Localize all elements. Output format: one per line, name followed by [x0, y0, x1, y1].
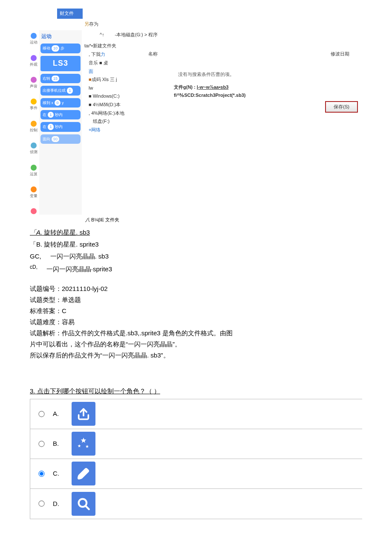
new-folder-button[interactable]: taι*•新建文件夹 [84, 41, 362, 51]
save-as-label: 另存为 [84, 20, 362, 28]
no-results-text: 没有与搜索条件匹曹的项。 [148, 58, 362, 83]
category-运动[interactable]: 运动 [30, 33, 37, 45]
screenshot-composite: 运动外观声音事件控制侦测运算变量 运动 移动10步 LS3 右转15 出接事机位… [30, 30, 362, 215]
label-c: C. [53, 468, 63, 479]
ls3-overlay: LS3 [40, 56, 81, 71]
category-控制[interactable]: 控制 [30, 121, 37, 133]
radio-a[interactable] [38, 411, 44, 417]
category-column: 运动外观声音事件控制侦测运算变量 [30, 30, 37, 215]
radio-c[interactable] [38, 471, 44, 477]
upload-icon [72, 402, 95, 426]
answer-options-q2: 「A. 旋转的星星. sb3 「B. 旋转的星星. sprite3 GC, 一闪… [30, 227, 362, 274]
filename-row[interactable]: 文件g(N) : |-w~w⅞aa•sb3 [148, 83, 362, 91]
category-声音[interactable]: 声音 [30, 77, 37, 89]
dialog-sidebar[interactable]: , 下我力 音乐 ■ 桌 面 ■成码 Xls 三 j lw ■ Windows(… [84, 50, 140, 134]
question-3-options: A. B. C. D. [30, 399, 362, 519]
question-3-title: 3. 点击下列哪个按钮可以绘制一个角色？（ ） [30, 386, 362, 396]
radio-d[interactable] [38, 501, 44, 507]
turn-block[interactable]: 右转15 [40, 74, 81, 83]
option-c: GC, 一闪一闪亮晶晶. sb3 [30, 251, 362, 262]
blocks-column: 运动 移动10步 LS3 右转15 出接事机位或1 移到 x0y 在1秒内 在1… [39, 30, 82, 215]
point-block[interactable]: 面向90 [40, 134, 81, 144]
path-bar[interactable]: ^↑ -本地磁盘(G:) > 程序 [84, 30, 362, 41]
q3-option-a[interactable]: A. [30, 399, 362, 429]
move-block[interactable]: 移动10步 [40, 44, 81, 53]
block-palette: 运动外观声音事件控制侦测运算变量 运动 移动10步 LS3 右转15 出接事机位… [30, 30, 82, 215]
q3-option-c[interactable]: C. [30, 459, 362, 489]
question-meta: 试题编号：20211110-lyj-02 试题类型：单选题 标准答案：C 试题难… [30, 284, 362, 360]
option-a: 「A. 旋转的星星. sb3 [30, 227, 362, 238]
q3-option-d[interactable]: D. [30, 489, 362, 519]
category-侦测[interactable]: 侦测 [30, 142, 37, 155]
paint-icon [72, 462, 95, 485]
category-header: 运动 [40, 32, 81, 41]
filetype-row[interactable]: fi^⅔SCD:Scratch3Project(*.sb3) [148, 91, 362, 99]
save-dialog: ^↑ -本地磁盘(G:) > 程序 taι*•新建文件夹 , 下我力 音乐 ■ … [84, 30, 362, 215]
q3-option-b[interactable]: B. [30, 429, 362, 459]
svg-line-1 [86, 506, 89, 509]
file-menu-button[interactable]: 财文件 [57, 9, 83, 19]
label-d: D. [53, 499, 63, 509]
search-icon [72, 492, 95, 516]
category-事件[interactable]: 事件 [30, 99, 37, 111]
label-b: B. [53, 439, 63, 449]
option-d: cD, 一闪一闪亮晶晶·sprite3 [30, 263, 362, 274]
option-b: 「B. 旋转的星星. sprite3 [30, 239, 362, 250]
radio-b[interactable] [38, 441, 44, 447]
hide-folder-label: 八 B¼βE 文件夹 [30, 216, 362, 224]
label-a: A. [53, 409, 63, 419]
list-header: 名称 修波日期 [148, 50, 362, 58]
goto-xy-block[interactable]: 移到 x0y [40, 98, 81, 108]
glide-block-2[interactable]: 在1秒内 [40, 122, 81, 131]
glide-block-1[interactable]: 在1秒内 [40, 110, 81, 119]
category-more[interactable] [31, 208, 37, 215]
surprise-icon [72, 432, 95, 456]
category-外观[interactable]: 外观 [30, 55, 37, 67]
category-运算[interactable]: 运算 [30, 165, 37, 177]
category-变量[interactable]: 变量 [30, 186, 37, 199]
goto-block[interactable]: 出接事机位或1 [40, 86, 81, 95]
save-button[interactable]: 保存(S) [325, 101, 358, 113]
